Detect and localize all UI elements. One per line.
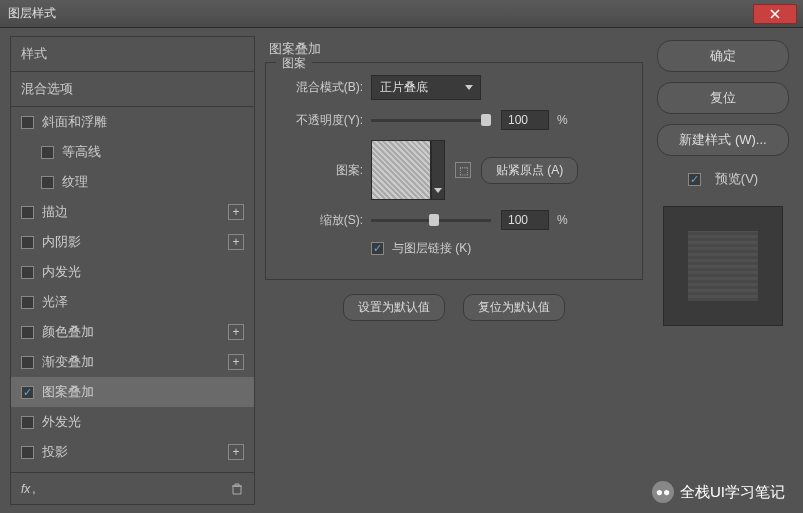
blend-mode-label: 混合模式(B): [278, 79, 363, 96]
preview-swatch [688, 231, 758, 301]
preview-checkbox[interactable] [688, 173, 701, 186]
percent-unit: % [557, 213, 568, 227]
opacity-slider[interactable] [371, 119, 491, 122]
pattern-label: 图案: [278, 162, 363, 179]
style-item-pattern-overlay[interactable]: 图案叠加 [11, 377, 254, 407]
style-item-inner-glow[interactable]: 内发光 [11, 257, 254, 287]
new-style-button[interactable]: 新建样式 (W)... [657, 124, 789, 156]
style-item-gradient-overlay[interactable]: 渐变叠加+ [11, 347, 254, 377]
style-item-drop-shadow[interactable]: 投影+ [11, 437, 254, 467]
style-item-satin[interactable]: 光泽 [11, 287, 254, 317]
trash-icon[interactable] [230, 482, 244, 496]
watermark: ●● 全栈UI学习笔记 [652, 481, 785, 503]
fx-label[interactable]: fx [21, 482, 30, 496]
link-label: 与图层链接 (K) [392, 240, 471, 257]
scale-value[interactable]: 100 [501, 210, 549, 230]
style-item-inner-shadow[interactable]: 内阴影+ [11, 227, 254, 257]
checkbox[interactable] [21, 326, 34, 339]
right-panel: 确定 复位 新建样式 (W)... 预览(V) [653, 28, 803, 513]
wechat-icon: ●● [652, 481, 674, 503]
preview-toggle[interactable]: 预览(V) [657, 170, 789, 188]
preview-box [663, 206, 783, 326]
checkbox[interactable] [21, 236, 34, 249]
styles-header[interactable]: 样式 [11, 37, 254, 72]
section-title: 图案叠加 [265, 40, 643, 58]
style-list: 斜面和浮雕 等高线 纹理 描边+ 内阴影+ 内发光 光泽 颜色叠加+ 渐变叠加+… [11, 107, 254, 472]
window-title: 图层样式 [8, 5, 753, 22]
checkbox[interactable] [41, 146, 54, 159]
checkbox[interactable] [21, 266, 34, 279]
checkbox[interactable] [21, 446, 34, 459]
scale-slider[interactable] [371, 219, 491, 222]
styles-panel: 样式 混合选项 斜面和浮雕 等高线 纹理 描边+ 内阴影+ 内发光 光泽 颜色叠… [10, 36, 255, 505]
close-button[interactable] [753, 4, 797, 24]
style-item-outer-glow[interactable]: 外发光 [11, 407, 254, 437]
style-item-texture[interactable]: 纹理 [11, 167, 254, 197]
link-row: 与图层链接 (K) [278, 240, 630, 257]
set-default-button[interactable]: 设置为默认值 [343, 294, 445, 321]
blend-mode-row: 混合模式(B): 正片叠底 [278, 75, 630, 100]
ok-button[interactable]: 确定 [657, 40, 789, 72]
opacity-label: 不透明度(Y): [278, 112, 363, 129]
titlebar: 图层样式 [0, 0, 803, 28]
snap-origin-button[interactable]: 贴紧原点 (A) [481, 157, 578, 184]
scale-row: 缩放(S): 100 % [278, 210, 630, 230]
link-checkbox[interactable] [371, 242, 384, 255]
plus-icon[interactable]: + [228, 204, 244, 220]
percent-unit: % [557, 113, 568, 127]
default-buttons-row: 设置为默认值 复位为默认值 [265, 294, 643, 321]
watermark-text: 全栈UI学习笔记 [680, 483, 785, 502]
style-item-bevel[interactable]: 斜面和浮雕 [11, 107, 254, 137]
plus-icon[interactable]: + [228, 234, 244, 250]
scale-label: 缩放(S): [278, 212, 363, 229]
pattern-fieldset: 图案 混合模式(B): 正片叠底 不透明度(Y): 100 % 图案: ⬚ 贴紧… [265, 62, 643, 280]
checkbox[interactable] [21, 386, 34, 399]
pattern-dropdown-icon[interactable] [431, 140, 445, 200]
reset-default-button[interactable]: 复位为默认值 [463, 294, 565, 321]
opacity-row: 不透明度(Y): 100 % [278, 110, 630, 130]
style-item-color-overlay[interactable]: 颜色叠加+ [11, 317, 254, 347]
opacity-value[interactable]: 100 [501, 110, 549, 130]
center-panel: 图案叠加 图案 混合模式(B): 正片叠底 不透明度(Y): 100 % 图案:… [255, 28, 653, 513]
blend-mode-dropdown[interactable]: 正片叠底 [371, 75, 481, 100]
fieldset-legend: 图案 [276, 55, 312, 72]
panel-footer: fx , [11, 472, 254, 504]
pattern-swatch[interactable] [371, 140, 431, 200]
dialog-body: 样式 混合选项 斜面和浮雕 等高线 纹理 描边+ 内阴影+ 内发光 光泽 颜色叠… [0, 28, 803, 513]
plus-icon[interactable]: + [228, 354, 244, 370]
preview-label: 预览(V) [715, 170, 758, 188]
checkbox[interactable] [21, 116, 34, 129]
plus-icon[interactable]: + [228, 324, 244, 340]
cancel-button[interactable]: 复位 [657, 82, 789, 114]
plus-icon[interactable]: + [228, 444, 244, 460]
checkbox[interactable] [41, 176, 54, 189]
checkbox[interactable] [21, 296, 34, 309]
blend-options-header[interactable]: 混合选项 [11, 72, 254, 107]
style-item-contour[interactable]: 等高线 [11, 137, 254, 167]
checkbox[interactable] [21, 416, 34, 429]
checkbox[interactable] [21, 206, 34, 219]
checkbox[interactable] [21, 356, 34, 369]
pattern-row: 图案: ⬚ 贴紧原点 (A) [278, 140, 630, 200]
style-item-stroke[interactable]: 描边+ [11, 197, 254, 227]
new-preset-icon[interactable]: ⬚ [455, 162, 471, 178]
